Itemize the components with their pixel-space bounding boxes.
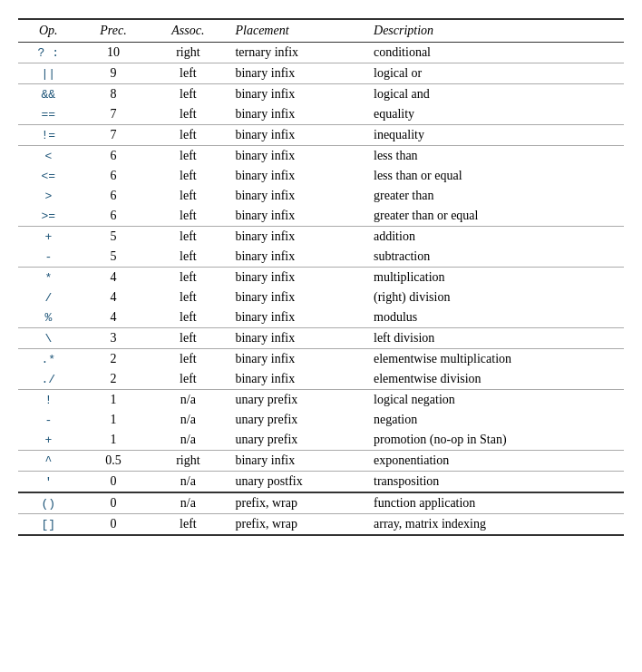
cell-desc: addition: [366, 227, 624, 248]
cell-prec: 5: [79, 247, 149, 268]
cell-placement: binary infix: [228, 166, 366, 186]
cell-op: -: [18, 247, 79, 268]
cell-placement: unary prefix: [228, 390, 366, 411]
cell-placement: binary infix: [228, 451, 366, 472]
cell-placement: binary infix: [228, 125, 366, 146]
cell-op: !=: [18, 125, 79, 146]
cell-assoc: left: [148, 328, 228, 349]
cell-desc: less than or equal: [366, 166, 624, 186]
cell-op: ./: [18, 369, 79, 390]
operator-table: Op. Prec. Assoc. Placement Description ?…: [18, 18, 624, 536]
cell-prec: 1: [79, 390, 149, 411]
cell-assoc: left: [148, 247, 228, 268]
cell-placement: binary infix: [228, 186, 366, 206]
cell-op: ': [18, 472, 79, 493]
cell-assoc: left: [148, 63, 228, 84]
table-row: +5leftbinary infixaddition: [18, 227, 624, 248]
cell-prec: 4: [79, 307, 149, 328]
cell-desc: transposition: [366, 472, 624, 493]
cell-prec: 7: [79, 104, 149, 125]
cell-prec: 1: [79, 430, 149, 451]
cell-prec: 3: [79, 328, 149, 349]
cell-op: ? :: [18, 43, 79, 63]
cell-desc: function application: [366, 492, 624, 514]
cell-desc: greater than: [366, 186, 624, 206]
cell-prec: 2: [79, 349, 149, 370]
cell-prec: 0: [79, 492, 149, 514]
cell-desc: (right) division: [366, 287, 624, 307]
cell-prec: 6: [79, 146, 149, 167]
cell-assoc: left: [148, 369, 228, 390]
table-row: >=6leftbinary infixgreater than or equal: [18, 206, 624, 227]
table-row: ==7leftbinary infixequality: [18, 104, 624, 125]
cell-placement: binary infix: [228, 287, 366, 307]
cell-assoc: left: [148, 206, 228, 227]
footer-row: ()0n/aprefix, wrapfunction application: [18, 492, 624, 514]
cell-prec: 10: [79, 43, 149, 63]
cell-prec: 6: [79, 186, 149, 206]
cell-assoc: left: [148, 287, 228, 307]
table-row: >6leftbinary infixgreater than: [18, 186, 624, 206]
cell-placement: binary infix: [228, 268, 366, 288]
cell-op: >=: [18, 206, 79, 227]
table-row: .*2leftbinary infixelementwise multiplic…: [18, 349, 624, 370]
cell-desc: elementwise multiplication: [366, 349, 624, 370]
header-row: Op. Prec. Assoc. Placement Description: [18, 19, 624, 43]
cell-placement: ternary infix: [228, 43, 366, 63]
cell-op: .*: [18, 349, 79, 370]
cell-desc: multiplication: [366, 268, 624, 288]
table-row: <6leftbinary infixless than: [18, 146, 624, 167]
cell-op: %: [18, 307, 79, 328]
table-row: !1n/aunary prefixlogical negation: [18, 390, 624, 411]
table-row: ^0.5rightbinary infixexponentiation: [18, 451, 624, 472]
col-header-op: Op.: [18, 19, 79, 43]
cell-prec: 0: [79, 514, 149, 536]
cell-placement: binary infix: [228, 247, 366, 268]
cell-prec: 2: [79, 369, 149, 390]
table-row: ||9leftbinary infixlogical or: [18, 63, 624, 84]
cell-desc: negation: [366, 410, 624, 430]
table-row: -5leftbinary infixsubtraction: [18, 247, 624, 268]
cell-placement: binary infix: [228, 63, 366, 84]
table-row: !=7leftbinary infixinequality: [18, 125, 624, 146]
cell-assoc: n/a: [148, 430, 228, 451]
cell-desc: exponentiation: [366, 451, 624, 472]
cell-placement: binary infix: [228, 104, 366, 125]
cell-desc: equality: [366, 104, 624, 125]
table-row: \3leftbinary infixleft division: [18, 328, 624, 349]
cell-op: -: [18, 410, 79, 430]
cell-op: \: [18, 328, 79, 349]
cell-prec: 7: [79, 125, 149, 146]
cell-op: <: [18, 146, 79, 167]
cell-placement: binary infix: [228, 328, 366, 349]
cell-desc: inequality: [366, 125, 624, 146]
cell-assoc: left: [148, 84, 228, 105]
cell-op: *: [18, 268, 79, 288]
table-row: ./2leftbinary infixelementwise division: [18, 369, 624, 390]
cell-prec: 1: [79, 410, 149, 430]
cell-assoc: right: [148, 451, 228, 472]
cell-op: ^: [18, 451, 79, 472]
cell-op: +: [18, 227, 79, 248]
cell-assoc: n/a: [148, 472, 228, 493]
cell-assoc: n/a: [148, 410, 228, 430]
cell-assoc: left: [148, 186, 228, 206]
cell-placement: binary infix: [228, 227, 366, 248]
cell-desc: less than: [366, 146, 624, 167]
cell-assoc: left: [148, 307, 228, 328]
cell-prec: 9: [79, 63, 149, 84]
cell-prec: 4: [79, 287, 149, 307]
cell-prec: 8: [79, 84, 149, 105]
table-row: '0n/aunary postfixtransposition: [18, 472, 624, 493]
cell-placement: unary postfix: [228, 472, 366, 493]
footer-row: []0leftprefix, wraparray, matrix indexin…: [18, 514, 624, 536]
cell-placement: unary prefix: [228, 430, 366, 451]
cell-prec: 0.5: [79, 451, 149, 472]
cell-placement: unary prefix: [228, 410, 366, 430]
cell-assoc: n/a: [148, 390, 228, 411]
table-row: /4leftbinary infix(right) division: [18, 287, 624, 307]
cell-placement: binary infix: [228, 369, 366, 390]
cell-prec: 6: [79, 206, 149, 227]
table-row: <=6leftbinary infixless than or equal: [18, 166, 624, 186]
cell-assoc: left: [148, 146, 228, 167]
